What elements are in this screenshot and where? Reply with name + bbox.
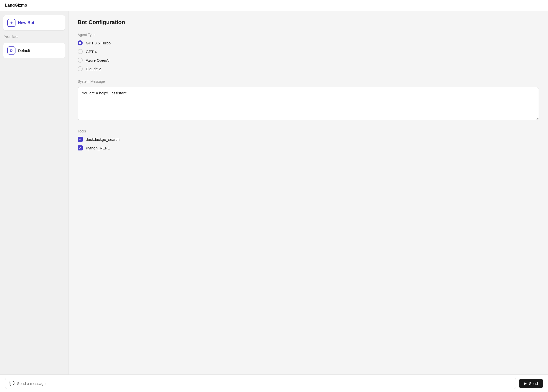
- radio-circle-gpt4: [78, 49, 83, 54]
- app-title: LangGizmo: [5, 3, 27, 8]
- radio-circle-claude2: [78, 66, 83, 71]
- radio-label-claude2: Claude 2: [86, 67, 101, 71]
- app-header: LangGizmo: [0, 0, 548, 11]
- agent-type-label: Agent Type: [78, 33, 539, 37]
- radio-circle-azure: [78, 58, 83, 63]
- new-bot-button[interactable]: + New Bot: [3, 15, 65, 31]
- send-arrow-icon: ▶: [524, 381, 527, 385]
- checkbox-label-python-repl: Python_REPL: [86, 146, 110, 150]
- bot-name-default: Default: [18, 48, 30, 53]
- system-message-section: System Message: [78, 79, 539, 121]
- chat-input-wrapper: 💬: [5, 378, 516, 389]
- system-message-textarea[interactable]: [78, 87, 539, 120]
- system-message-label: System Message: [78, 79, 539, 83]
- agent-type-section: Agent Type GPT 3.5 Turbo GPT 4 Azure Ope…: [78, 33, 539, 71]
- radio-azure[interactable]: Azure OpenAI: [78, 58, 539, 63]
- new-bot-label: New Bot: [18, 21, 34, 25]
- checkbox-box-python-repl: [78, 145, 83, 150]
- tools-checkbox-group: duckduckgo_search Python_REPL: [78, 137, 539, 150]
- radio-label-gpt35: GPT 3.5 Turbo: [86, 41, 111, 45]
- radio-gpt35[interactable]: GPT 3.5 Turbo: [78, 40, 539, 45]
- bot-item-default[interactable]: D Default: [3, 43, 65, 58]
- sidebar: + New Bot Your Bots D Default: [0, 11, 68, 374]
- radio-circle-gpt35: [78, 40, 83, 45]
- radio-gpt4[interactable]: GPT 4: [78, 49, 539, 54]
- config-title: Bot Configuration: [78, 19, 539, 26]
- checkbox-label-duckduckgo: duckduckgo_search: [86, 137, 119, 142]
- tools-section: Tools duckduckgo_search Python_REPL: [78, 129, 539, 150]
- checkbox-python-repl[interactable]: Python_REPL: [78, 145, 539, 150]
- checkbox-box-duckduckgo: [78, 137, 83, 142]
- radio-label-gpt4: GPT 4: [86, 49, 97, 54]
- chat-input[interactable]: [17, 381, 512, 386]
- send-label: Send: [529, 381, 538, 386]
- chat-bubble-icon: 💬: [9, 381, 14, 386]
- bot-avatar-default: D: [7, 46, 15, 55]
- main-layout: + New Bot Your Bots D Default Bot Config…: [0, 11, 548, 374]
- tools-label: Tools: [78, 129, 539, 133]
- send-button[interactable]: ▶ Send: [519, 379, 543, 388]
- plus-icon: +: [7, 19, 15, 27]
- agent-type-radio-group: GPT 3.5 Turbo GPT 4 Azure OpenAI Claude …: [78, 40, 539, 71]
- radio-label-azure: Azure OpenAI: [86, 58, 110, 62]
- your-bots-label: Your Bots: [3, 35, 65, 39]
- chat-footer: 💬 ▶ Send: [0, 374, 548, 392]
- radio-claude2[interactable]: Claude 2: [78, 66, 539, 71]
- content-area: Bot Configuration Agent Type GPT 3.5 Tur…: [68, 11, 548, 374]
- checkbox-duckduckgo[interactable]: duckduckgo_search: [78, 137, 539, 142]
